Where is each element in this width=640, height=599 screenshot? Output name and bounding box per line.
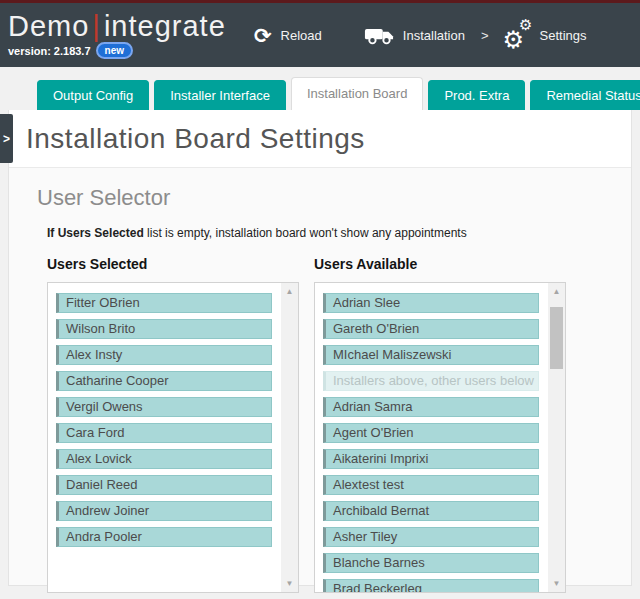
nav-installation[interactable]: Installation	[364, 25, 465, 46]
tab-remedial-status[interactable]: Remedial Status	[530, 80, 640, 110]
logo-part-1: Demo	[8, 10, 89, 42]
tab-strip: Output ConfigInstaller InterfaceInstalla…	[0, 67, 640, 110]
user-list-item[interactable]: Aikaterini Imprixi	[323, 449, 539, 469]
user-list-item[interactable]: Vergil Owens	[56, 397, 272, 417]
main-panel: Installation Board Settings User Selecto…	[8, 110, 632, 586]
user-list-item[interactable]: Andra Pooler	[56, 527, 272, 547]
user-lists: Users Selected Fitter OBrienWilson Brito…	[47, 256, 613, 593]
list-separator-item: Installers above, other users below	[323, 371, 539, 391]
user-list-item[interactable]: Alex Insty	[56, 345, 272, 365]
user-list-item[interactable]: Cara Ford	[56, 423, 272, 443]
new-version-badge[interactable]: new	[96, 42, 133, 59]
tab-installation-board[interactable]: Installation Board	[291, 77, 423, 110]
header-nav: ⟳ Reload Installation > ⚙ ⚙ Settings	[254, 22, 587, 48]
users-available-column: Users Available Adrian SleeGareth O'Brie…	[314, 256, 566, 593]
logo-part-2: integrate	[104, 10, 226, 42]
scroll-down-arrow-icon[interactable]: ▼	[548, 575, 565, 592]
user-list-item[interactable]: Blanche Barnes	[323, 553, 539, 573]
listbox-scrollbar[interactable]: ▲▼	[281, 283, 298, 592]
user-list-item[interactable]: Alextest test	[323, 475, 539, 495]
reload-icon: ⟳	[254, 25, 272, 46]
users-selected-listbox[interactable]: Fitter OBrienWilson BritoAlex InstyCatha…	[47, 282, 299, 593]
logo-separator: |	[89, 10, 104, 42]
scroll-up-arrow-icon[interactable]: ▲	[548, 283, 565, 300]
app-logo: Demo|integrate version: 2.183.7 new	[8, 11, 246, 59]
user-list-item[interactable]: Andrew Joiner	[56, 501, 272, 521]
users-available-heading: Users Available	[314, 256, 566, 272]
version-label: version: 2.183.7	[8, 45, 91, 57]
user-list-item[interactable]: Agent O'Brien	[323, 423, 539, 443]
breadcrumb-separator: >	[481, 28, 489, 43]
note-rest: list is empty, installation board won't …	[144, 226, 467, 240]
nav-settings[interactable]: ⚙ ⚙ Settings	[505, 22, 587, 48]
settings-gears-icon: ⚙ ⚙	[505, 22, 531, 48]
scroll-down-arrow-icon[interactable]: ▼	[281, 575, 298, 592]
users-selected-column: Users Selected Fitter OBrienWilson Brito…	[47, 256, 299, 593]
page-title: Installation Board Settings	[26, 123, 365, 155]
listbox-scrollbar[interactable]: ▲▼	[548, 283, 565, 592]
reload-label: Reload	[281, 28, 322, 43]
user-list-item[interactable]: Catharine Cooper	[56, 371, 272, 391]
reload-button[interactable]: ⟳ Reload	[254, 25, 322, 46]
tab-prod-extra[interactable]: Prod. Extra	[428, 80, 525, 110]
tab-output-config[interactable]: Output Config	[37, 80, 149, 110]
user-list-item[interactable]: Wilson Brito	[56, 319, 272, 339]
user-list-item[interactable]: Archibald Bernat	[323, 501, 539, 521]
users-selected-heading: Users Selected	[47, 256, 299, 272]
user-list-item[interactable]: Asher Tiley	[323, 527, 539, 547]
user-list-item[interactable]: Brad Beckerleg	[323, 579, 539, 593]
user-selector-section: User Selector If Users Selected list is …	[9, 168, 631, 585]
settings-label: Settings	[540, 28, 587, 43]
installation-label: Installation	[403, 28, 465, 43]
user-list-item[interactable]: Daniel Reed	[56, 475, 272, 495]
user-list-item[interactable]: Adrian Samra	[323, 397, 539, 417]
users-available-listbox[interactable]: Adrian SleeGareth O'BrienMIchael Malisze…	[314, 282, 566, 593]
user-list-item[interactable]: Gareth O'Brien	[323, 319, 539, 339]
app-header: Demo|integrate version: 2.183.7 new ⟳ Re…	[0, 0, 640, 67]
scrollbar-thumb[interactable]	[550, 307, 563, 369]
note-bold: Users Selected	[58, 226, 144, 240]
user-list-item[interactable]: Alex Lovick	[56, 449, 272, 469]
user-list-item[interactable]: Adrian Slee	[323, 293, 539, 313]
tab-installer-interface[interactable]: Installer Interface	[154, 80, 286, 110]
note-if: If	[47, 226, 58, 240]
user-list-item[interactable]: MIchael Maliszewski	[323, 345, 539, 365]
truck-icon	[364, 25, 394, 46]
title-band: Installation Board Settings	[9, 110, 631, 168]
scroll-up-arrow-icon[interactable]: ▲	[281, 283, 298, 300]
user-list-item[interactable]: Fitter OBrien	[56, 293, 272, 313]
section-note: If Users Selected list is empty, install…	[47, 226, 613, 240]
section-title: User Selector	[37, 185, 613, 211]
sidebar-toggle-chevron[interactable]: >	[0, 114, 13, 163]
